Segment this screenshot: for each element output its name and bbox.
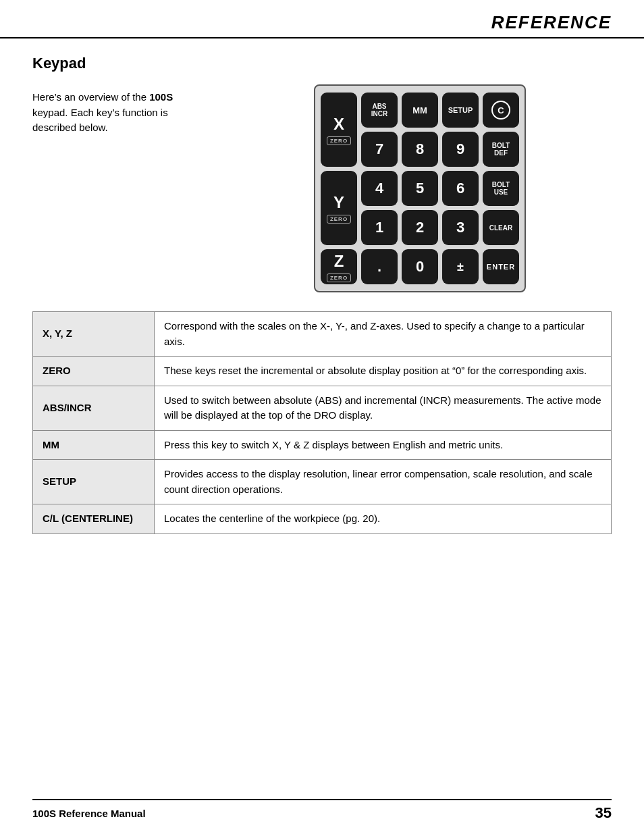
keypad-diagram: XZEROABSINCRMMSETUPC789BOLTDEFYZERO456BO…: [314, 84, 526, 292]
key-8: 8: [402, 132, 438, 167]
key-cl: C: [483, 93, 519, 128]
key-5: 5: [402, 171, 438, 206]
table-key-cell: SETUP: [33, 460, 155, 504]
key-y: YZERO: [321, 171, 357, 245]
key-clear: CLEAR: [483, 210, 519, 245]
keypad-wrapper: XZEROABSINCRMMSETUPC789BOLTDEFYZERO456BO…: [228, 84, 612, 292]
footer-manual-name: 100S Reference Manual: [32, 808, 146, 819]
page-header: REFERENCE: [0, 0, 644, 38]
intro-text: Here’s an overview of the 100S keypad. E…: [32, 84, 208, 136]
key--: .: [361, 249, 398, 284]
key-abs-incr: ABSINCR: [361, 93, 398, 128]
table-row: C/L (CENTERLINE)Locates the centerline o…: [33, 504, 612, 534]
key-2: 2: [402, 210, 438, 245]
top-section: Here’s an overview of the 100S keypad. E…: [32, 84, 612, 292]
table-desc-cell: Used to switch between absolute (ABS) an…: [155, 386, 612, 430]
key-enter: ENTER: [483, 249, 519, 284]
table-desc-cell: Provides access to the display resolutio…: [155, 460, 612, 504]
key-3: 3: [442, 210, 479, 245]
key-0: 0: [402, 249, 438, 284]
key-6: 6: [442, 171, 479, 206]
table-desc-cell: These keys reset the incremental or abso…: [155, 357, 612, 386]
page-footer: 100S Reference Manual 35: [32, 799, 612, 822]
table-row: X, Y, ZCorrespond with the scales on the…: [33, 312, 612, 357]
table-desc-cell: Correspond with the scales on the X-, Y-…: [155, 312, 612, 357]
section-heading: Keypad: [32, 55, 612, 72]
key-x: XZERO: [321, 93, 357, 167]
main-content: Keypad Here’s an overview of the 100S ke…: [0, 38, 644, 548]
key-4: 4: [361, 171, 398, 206]
table-key-cell: MM: [33, 430, 155, 460]
key-plusminus: ±: [442, 249, 479, 284]
key-7: 7: [361, 132, 398, 167]
table-desc-cell: Press this key to switch X, Y & Z displa…: [155, 430, 612, 460]
table-row: ZEROThese keys reset the incremental or …: [33, 357, 612, 386]
reference-table: X, Y, ZCorrespond with the scales on the…: [32, 311, 612, 534]
table-key-cell: C/L (CENTERLINE): [33, 504, 155, 534]
table-key-cell: ABS/INCR: [33, 386, 155, 430]
key-setup: SETUP: [442, 93, 479, 128]
key-1: 1: [361, 210, 398, 245]
table-row: ABS/INCRUsed to switch between absolute …: [33, 386, 612, 430]
key-mm: MM: [402, 93, 438, 128]
header-title: REFERENCE: [491, 12, 612, 32]
footer-page-number: 35: [595, 804, 612, 822]
key-bolt-def: BOLTDEF: [483, 132, 519, 167]
table-desc-cell: Locates the centerline of the workpiece …: [155, 504, 612, 534]
key-z: ZZERO: [321, 249, 357, 284]
table-row: SETUPProvides access to the display reso…: [33, 460, 612, 504]
key-bolt-use: BOLTUSE: [483, 171, 519, 206]
key-9: 9: [442, 132, 479, 167]
table-row: MMPress this key to switch X, Y & Z disp…: [33, 430, 612, 460]
table-key-cell: ZERO: [33, 357, 155, 386]
table-key-cell: X, Y, Z: [33, 312, 155, 357]
